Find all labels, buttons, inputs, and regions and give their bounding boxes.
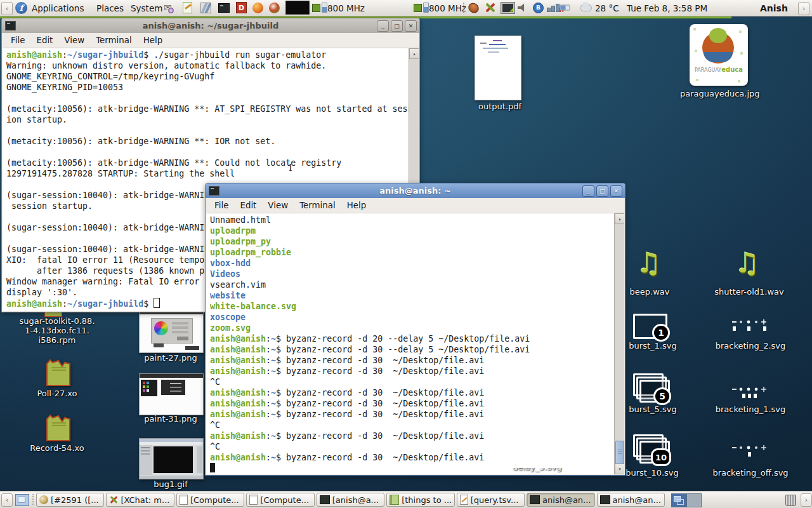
weather-icon[interactable] bbox=[580, 1, 592, 14]
menu-file[interactable]: File bbox=[209, 201, 234, 210]
taskbar-button[interactable]: anish@an... bbox=[597, 493, 665, 507]
bluetooth-icon[interactable]: B bbox=[533, 1, 544, 14]
menu-help[interactable]: Help bbox=[341, 201, 372, 210]
desktop-icon-shutter-wav[interactable]: ♫ bbox=[735, 249, 759, 277]
desktop-icon-burst-10[interactable]: 10 bbox=[633, 434, 672, 467]
firefox-icon[interactable] bbox=[252, 1, 263, 14]
terminal-line: ^C bbox=[210, 441, 615, 452]
desktop-icon-poll-xo[interactable] bbox=[43, 358, 74, 391]
taskbar-button-label: [things to ... bbox=[402, 495, 451, 505]
cpufreq-applet-icon[interactable] bbox=[414, 1, 429, 14]
menu-terminal[interactable]: Terminal bbox=[294, 201, 341, 210]
text-cursor-pointer: I bbox=[289, 162, 292, 173]
browser-sphere-icon[interactable] bbox=[269, 1, 280, 14]
panel-collapse-right-button[interactable]: › bbox=[801, 493, 812, 507]
panel-collapse-right-button[interactable]: › bbox=[798, 2, 809, 15]
taskbar-button[interactable]: anish@an... bbox=[527, 493, 594, 507]
workspace-2[interactable] bbox=[686, 494, 702, 507]
desktop-icon-beep-wav[interactable]: ♫ bbox=[636, 249, 661, 277]
scroll-down-button[interactable] bbox=[615, 464, 624, 474]
menu-terminal[interactable]: Terminal bbox=[90, 36, 138, 45]
workspace-switcher[interactable] bbox=[671, 493, 702, 507]
taskbar-button[interactable]: [#2591 ([... bbox=[36, 493, 104, 507]
close-button[interactable]: ✕ bbox=[405, 20, 417, 32]
cpufreq-applet-icon[interactable] bbox=[312, 1, 327, 14]
video-preview-applet[interactable] bbox=[285, 1, 310, 14]
taskbar-button[interactable]: [things to ... bbox=[386, 493, 454, 507]
icon-label: beep.wav bbox=[618, 287, 681, 297]
close-button[interactable]: ✕ bbox=[610, 185, 622, 197]
file-manager-icon[interactable] bbox=[200, 1, 211, 14]
display-settings-icon[interactable] bbox=[501, 1, 514, 14]
desktop-icon-bracketing-2[interactable] bbox=[731, 319, 769, 339]
fedora-menu-icon[interactable]: f bbox=[15, 1, 27, 14]
menu-view[interactable]: View bbox=[58, 36, 90, 45]
scroll-up-button[interactable] bbox=[615, 213, 624, 224]
desktop-icon-bracketing-off[interactable] bbox=[731, 444, 769, 465]
trash-icon[interactable] bbox=[785, 494, 796, 507]
temperature-label[interactable]: 28 °C bbox=[595, 0, 619, 16]
terminal-launcher-icon[interactable] bbox=[218, 1, 230, 14]
clock[interactable]: Tue Feb 8, 3:58 PM bbox=[627, 0, 707, 16]
power-manager-icon[interactable] bbox=[562, 1, 568, 14]
bracketing-icon bbox=[731, 386, 769, 404]
music-note-icon: ♫ bbox=[636, 246, 661, 279]
terminal-line: uploadrpm_robbie bbox=[210, 247, 615, 258]
menu-view[interactable]: View bbox=[262, 201, 294, 210]
pencil-doc-icon bbox=[460, 495, 468, 505]
volume-icon[interactable] bbox=[518, 1, 527, 14]
taskbar-button[interactable]: [anish@a... bbox=[317, 493, 384, 507]
scrollbar-thumb[interactable] bbox=[615, 441, 624, 464]
desktop-icon-bracketing-1[interactable] bbox=[731, 386, 769, 406]
titlebar[interactable]: anish@anish: ~/sugar-jhbuild _ □ ✕ bbox=[2, 18, 419, 33]
terminal-window-home[interactable]: anish@anish: ~ _ □ ✕ FileEditViewTermina… bbox=[205, 183, 625, 476]
taskbar-button[interactable]: [Compute... bbox=[246, 493, 314, 507]
taskbar-button[interactable]: [query.tsv... bbox=[457, 493, 525, 507]
menu-edit[interactable]: Edit bbox=[30, 36, 58, 45]
terminal-line: anish@anish:~$ byzanz-record -d 30 --del… bbox=[210, 344, 615, 355]
network-monitor-icon[interactable]: H bbox=[547, 1, 560, 14]
icon-label: bracketing_off.svg bbox=[709, 468, 792, 478]
taskbar-button[interactable]: [XChat: m... bbox=[106, 493, 174, 507]
icon-label: paraguayeduca.jpg bbox=[680, 89, 757, 98]
scrollbar[interactable] bbox=[614, 213, 624, 474]
xchat-tray-icon[interactable] bbox=[485, 1, 495, 14]
desktop-icon-record-xo[interactable] bbox=[43, 413, 74, 446]
menu-system[interactable]: System bbox=[128, 0, 165, 16]
icon-label: sugar-toolkit-0.88. 1-4.13dxo.fc11. i586… bbox=[9, 316, 105, 345]
minimize-button[interactable]: _ bbox=[582, 185, 594, 197]
xo-package-icon bbox=[43, 413, 74, 443]
devhelp-icon[interactable]: D bbox=[236, 1, 247, 14]
bug-report-icon[interactable] bbox=[468, 1, 479, 14]
panel-collapse-left-button[interactable]: ‹ bbox=[1, 2, 13, 15]
minimize-button[interactable]: _ bbox=[377, 20, 389, 32]
cpufreq-1-label[interactable]: 800 MHz bbox=[327, 0, 365, 16]
taskbar-button-label: [Compute... bbox=[260, 495, 309, 505]
panel-collapse-left-button[interactable]: ‹ bbox=[1, 493, 13, 507]
gedit-icon[interactable] bbox=[183, 1, 192, 14]
desktop-icon-burst-1[interactable]: 1 bbox=[633, 314, 672, 344]
scroll-up-button[interactable] bbox=[409, 48, 419, 59]
terminal-line: ^C bbox=[210, 420, 615, 431]
menu-edit[interactable]: Edit bbox=[234, 201, 262, 210]
menu-applications[interactable]: Applications bbox=[29, 0, 86, 16]
maximize-button[interactable]: □ bbox=[391, 20, 403, 32]
desktop-icon-burst-5[interactable]: 5 bbox=[633, 373, 672, 406]
maximize-button[interactable]: □ bbox=[596, 185, 608, 197]
menu-places[interactable]: Places bbox=[94, 0, 126, 16]
bug-screenshot-thumb bbox=[139, 438, 204, 479]
show-desktop-button[interactable] bbox=[15, 493, 29, 506]
taskbar-button[interactable]: [Compute... bbox=[176, 493, 244, 507]
menu-help[interactable]: Help bbox=[138, 36, 169, 45]
user-menu[interactable]: Anish bbox=[760, 0, 788, 16]
workspace-1[interactable] bbox=[672, 494, 686, 507]
titlebar[interactable]: anish@anish: ~ _ □ ✕ bbox=[206, 184, 625, 198]
terminal-content[interactable]: Unnamed.htmluploadrpmuploadrpm_pyuploadr… bbox=[206, 213, 624, 474]
taskbar-button-label: [anish@a... bbox=[332, 495, 379, 505]
menu-file[interactable]: File bbox=[5, 36, 30, 45]
evolution-mail-icon[interactable]: ✉ bbox=[164, 1, 172, 14]
icon-label: Poll-27.xo bbox=[25, 389, 89, 398]
terminal-line bbox=[6, 125, 409, 136]
document-icon bbox=[180, 495, 188, 505]
cpufreq-2-label[interactable]: 800 MHz bbox=[429, 0, 466, 16]
